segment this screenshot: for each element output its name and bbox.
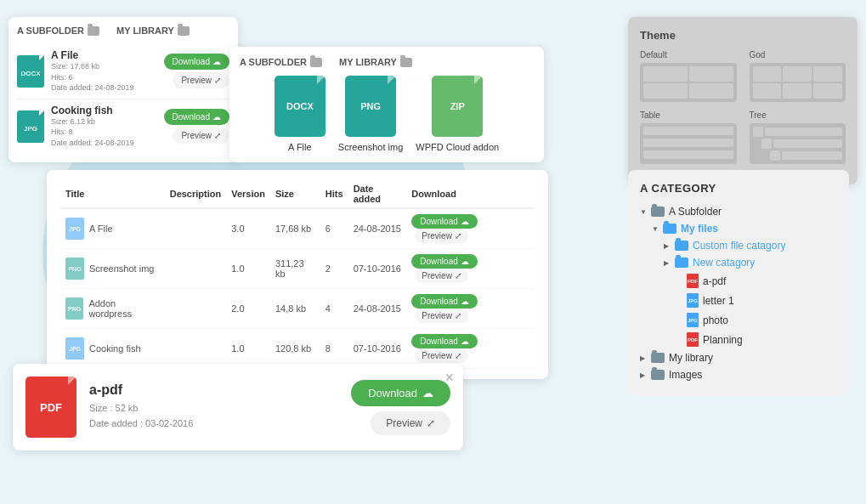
theme-block <box>643 66 688 82</box>
col-description: Description <box>165 180 227 208</box>
tree-arrow-icon: ▶ <box>640 371 647 379</box>
download-button-large[interactable]: Download ☁ <box>351 380 450 406</box>
file-buttons: Download ☁ Preview ⤢ <box>164 109 229 144</box>
theme-table-preview[interactable] <box>640 123 737 164</box>
file-size: 120,8 kb <box>270 329 320 369</box>
theme-default-group: Default <box>640 50 737 102</box>
file-name: A File <box>89 224 113 234</box>
file-name: Addon wordpress <box>88 298 159 319</box>
file-description <box>165 329 227 369</box>
expand-icon: ⤢ <box>214 131 221 140</box>
file-type-label: PNG <box>360 101 381 111</box>
file-detail-info: a-pdf Size : 52 kb Date added : 03-02-20… <box>89 382 338 431</box>
library-header: MY LIBRARY <box>339 57 412 67</box>
folder-blue-icon <box>675 241 688 251</box>
tree-item-new-cat[interactable]: ▶ New catagory <box>640 254 837 271</box>
file-name-cell: PNGScreenshot img <box>65 258 160 280</box>
preview-button[interactable]: Preview ⤢ <box>415 309 467 323</box>
subfolder-header: A SUBFOLDER <box>240 57 322 67</box>
download-button[interactable]: Download ☁ <box>164 109 229 125</box>
tree-item-letter[interactable]: ▶ JPG letter 1 <box>640 291 837 310</box>
col-download: Download <box>406 180 535 208</box>
preview-button[interactable]: Preview ⤢ <box>173 72 229 88</box>
library-label: MY LIBRARY <box>339 57 397 67</box>
download-button[interactable]: Download ☁ <box>164 54 229 70</box>
tree-item-mylibrary[interactable]: ▶ My library <box>640 349 837 366</box>
docx-file-icon: DOCX <box>275 76 325 137</box>
file-list-card-small: A SUBFOLDER MY LIBRARY DOCX A File Size:… <box>8 17 238 162</box>
tree-arrow-icon: ▶ <box>664 259 671 267</box>
jpg-icon: JPG <box>65 337 84 360</box>
theme-default-label: Default <box>640 50 737 59</box>
file-detail-name: a-pdf <box>89 382 338 398</box>
close-button[interactable]: ✕ <box>444 371 455 384</box>
folder-icon <box>400 58 412 67</box>
theme-block <box>643 127 733 135</box>
file-name: Cooking fish <box>89 343 141 354</box>
theme-god-label: God <box>750 50 846 59</box>
tree-item-myfiles[interactable]: ▼ My files <box>640 220 837 237</box>
theme-tree-preview[interactable] <box>750 123 846 164</box>
theme-table-group: Table <box>640 110 737 164</box>
tree-block-square <box>770 150 780 161</box>
file-name-cell: JPGA File <box>65 218 160 240</box>
file-download-cell: Download ☁ Preview ⤢ <box>406 289 535 329</box>
category-title: A CATEGORY <box>640 182 837 195</box>
theme-block <box>783 83 812 99</box>
preview-button[interactable]: Preview ⤢ <box>415 269 467 283</box>
grid-file-item[interactable]: ZIP WPFD Cloud addon <box>416 76 499 152</box>
file-type-label: DOCX <box>286 101 314 111</box>
grid-file-item[interactable]: PNG Screenshot img <box>338 76 403 152</box>
file-info: Cooking fish Size: 6,12 kbHits: 8Date ad… <box>51 105 157 149</box>
preview-label: Preview <box>386 417 422 429</box>
download-button[interactable]: Download ☁ <box>411 214 477 229</box>
tree-item-custom[interactable]: ▶ Custom file catagory <box>640 237 837 254</box>
file-hits: 6 <box>320 208 348 249</box>
file-version: 1.0 <box>226 249 270 289</box>
file-date: 24-08-2015 <box>348 289 407 329</box>
doc-file-icon: JPG <box>687 293 699 308</box>
file-version: 2.0 <box>226 289 270 329</box>
theme-god-preview[interactable] <box>750 63 846 102</box>
expand-icon: ⤢ <box>427 417 435 429</box>
file-type-label: PDF <box>40 401 62 414</box>
file-table-card: Title Description Version Size Hits Date… <box>47 170 548 379</box>
download-button[interactable]: Download ☁ <box>411 334 477 348</box>
tree-item-subfolder[interactable]: ▼ A Subfolder <box>640 203 837 220</box>
file-name: A File <box>51 49 157 61</box>
preview-button[interactable]: Preview ⤢ <box>415 229 467 243</box>
library-header: MY LIBRARY <box>116 25 190 36</box>
grid-file-item[interactable]: DOCX A File <box>275 76 325 152</box>
preview-label: Preview <box>181 131 212 140</box>
theme-block <box>643 139 733 147</box>
file-version: 1.0 <box>226 329 270 369</box>
col-size: Size <box>270 180 320 208</box>
download-label: Download <box>368 387 417 399</box>
tree-item-apdf[interactable]: ▶ PDF a-pdf <box>640 271 837 291</box>
photo-file-icon: JPG <box>687 313 699 327</box>
theme-default-preview[interactable] <box>640 63 737 102</box>
grid-files-container: DOCX A File PNG Screenshot img ZIP WPFD … <box>240 76 534 152</box>
tree-block-line <box>773 139 843 148</box>
download-button[interactable]: Download ☁ <box>411 254 477 269</box>
preview-button[interactable]: Preview ⤢ <box>415 348 467 363</box>
folder-icon <box>88 26 99 36</box>
preview-button-large[interactable]: Preview ⤢ <box>371 411 450 435</box>
file-meta: Size: 6,12 kbHits: 8Date added: 24-08-20… <box>51 116 157 149</box>
tree-item-images[interactable]: ▶ Images <box>640 366 837 383</box>
folder-icon <box>310 58 322 67</box>
tree-item-photo[interactable]: ▶ JPG photo <box>640 310 837 330</box>
preview-label: Preview <box>181 76 212 85</box>
download-button[interactable]: Download ☁ <box>411 294 477 309</box>
category-panel: A CATEGORY ▼ A Subfolder ▼ My files ▶ Cu… <box>628 170 849 395</box>
table-row: PNGScreenshot img 1.0 311,23 kb 2 07-10-… <box>60 249 535 289</box>
theme-god-group: God <box>750 50 846 102</box>
tree-item-label: A Subfolder <box>669 206 722 218</box>
preview-button[interactable]: Preview ⤢ <box>173 127 229 144</box>
file-detail-buttons: Download ☁ Preview ⤢ <box>351 380 450 435</box>
file-date: Date added : 03-02-2016 <box>89 418 193 428</box>
theme-block <box>753 66 782 82</box>
file-hits: 2 <box>320 249 348 289</box>
tree-item-planning[interactable]: ▶ PDF Planning <box>640 330 837 349</box>
folder-blue-icon <box>663 224 676 234</box>
